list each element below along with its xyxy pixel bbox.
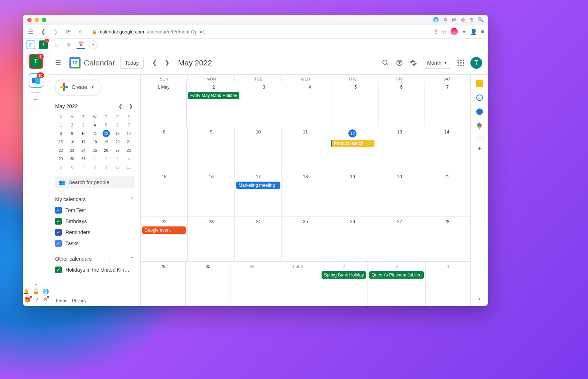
- minical-day[interactable]: 7: [123, 121, 135, 129]
- day-cell[interactable]: 1 May: [141, 82, 187, 127]
- bookmark-star-icon[interactable]: ☆: [442, 28, 447, 35]
- maps-icon[interactable]: [477, 122, 482, 130]
- day-cell[interactable]: 4: [287, 82, 333, 127]
- day-cell[interactable]: 21: [423, 172, 470, 217]
- calendar-event[interactable]: Product launch: [331, 140, 374, 147]
- minical-day[interactable]: 22: [55, 147, 67, 154]
- calendar-list-item[interactable]: ✓Tasks: [55, 239, 135, 248]
- minical-day[interactable]: 24: [78, 147, 89, 154]
- today-button[interactable]: Today: [120, 57, 143, 69]
- minical-day[interactable]: 23: [67, 147, 78, 154]
- minical-next[interactable]: ❯: [127, 102, 135, 111]
- footer-links[interactable]: Terms – Privacy: [55, 294, 135, 303]
- lock-small-icon[interactable]: 🔒: [33, 289, 39, 294]
- minical-day[interactable]: 18: [89, 138, 101, 146]
- calendar-event[interactable]: Early May Bank Holiday: [188, 92, 239, 99]
- calendar-list-item[interactable]: ✓Birthdays: [55, 217, 135, 226]
- calendar-checkbox[interactable]: ✓: [55, 218, 62, 225]
- minical-day[interactable]: 14: [123, 130, 135, 137]
- minical-day[interactable]: 2: [67, 121, 78, 129]
- day-cell[interactable]: 15: [141, 172, 188, 217]
- day-cell[interactable]: 29: [141, 262, 186, 306]
- day-cell[interactable]: 6: [379, 82, 424, 127]
- bell-icon[interactable]: 🔔: [23, 289, 29, 294]
- calendar-event[interactable]: Spring Bank Holiday: [322, 271, 366, 279]
- calendar-list-item[interactable]: ✓Tom Test: [55, 206, 135, 215]
- minical-day[interactable]: 16: [67, 138, 78, 146]
- settings-gear-icon[interactable]: [409, 58, 418, 67]
- collapse-panel-icon[interactable]: ›: [478, 295, 480, 302]
- minical-day[interactable]: 21: [123, 138, 135, 146]
- share-icon[interactable]: ⇪: [433, 28, 438, 35]
- globe-icon[interactable]: 🌐: [433, 17, 439, 22]
- rail-add-app[interactable]: +: [29, 92, 43, 107]
- search-icon[interactable]: [381, 58, 390, 67]
- day-cell[interactable]: 3: [241, 82, 287, 127]
- rail-app-teams[interactable]: T 1: [29, 54, 43, 69]
- minical-day[interactable]: 11: [123, 164, 135, 171]
- minical-day[interactable]: 1: [55, 121, 67, 129]
- calendar-event[interactable]: Queen's Platinum Jubilee: [369, 271, 424, 279]
- ext-calendar-icon[interactable]: 📅: [76, 40, 85, 49]
- day-cell[interactable]: 17Marketing meeting: [235, 172, 282, 217]
- minical-day[interactable]: 15: [55, 138, 67, 146]
- search-people-input[interactable]: 👥 Search for people: [55, 176, 135, 188]
- next-month-button[interactable]: ❯: [161, 57, 173, 69]
- minimize-window-button[interactable]: [35, 18, 39, 22]
- help-icon[interactable]: ?: [395, 58, 404, 67]
- day-cell[interactable]: 27: [376, 217, 423, 261]
- day-cell[interactable]: 7: [424, 82, 470, 127]
- add-addon-icon[interactable]: +: [477, 145, 481, 153]
- day-cell[interactable]: 13: [376, 127, 423, 172]
- day-cell[interactable]: 24: [235, 217, 282, 261]
- minical-day[interactable]: 20: [112, 138, 123, 146]
- calendar-event[interactable]: Marketing meeting: [236, 182, 280, 189]
- minical-day[interactable]: 9: [100, 164, 112, 171]
- day-cell[interactable]: 12Product launch: [329, 127, 376, 172]
- minical-day[interactable]: 5: [55, 164, 67, 171]
- day-cell[interactable]: 16: [188, 172, 235, 217]
- day-cell[interactable]: 19: [329, 172, 376, 217]
- calendar-checkbox[interactable]: ✓: [55, 267, 62, 273]
- minical-day[interactable]: 8: [89, 164, 101, 171]
- wand-icon[interactable]: ⚙: [443, 17, 448, 22]
- day-cell[interactable]: 2Spring Bank Holiday: [320, 262, 368, 306]
- day-cell[interactable]: 11: [282, 127, 329, 172]
- rail-app-outlook[interactable]: 10: [29, 73, 43, 88]
- calendar-list-item[interactable]: ✓Reminders: [55, 228, 135, 237]
- day-cell[interactable]: 9: [188, 127, 235, 172]
- minical-day[interactable]: 29: [55, 155, 67, 163]
- extensions-icon[interactable]: ✦: [462, 28, 466, 35]
- calendar-event[interactable]: Google event: [142, 226, 186, 234]
- minical-day[interactable]: 3: [112, 155, 123, 163]
- google-apps-icon[interactable]: [456, 58, 465, 67]
- account-avatar[interactable]: T: [470, 57, 482, 69]
- view-selector[interactable]: Month ▼: [423, 57, 451, 69]
- minical-day[interactable]: 28: [123, 147, 135, 154]
- day-cell[interactable]: 2Early May Bank Holiday: [187, 82, 241, 127]
- minical-day[interactable]: 6: [67, 164, 78, 171]
- minical-day[interactable]: 25: [89, 147, 101, 154]
- calendar-checkbox[interactable]: ✓: [55, 240, 62, 247]
- ext-doc-icon[interactable]: ▣: [64, 40, 73, 49]
- minical-day[interactable]: 8: [55, 130, 67, 137]
- maximize-window-button[interactable]: [42, 18, 46, 22]
- minical-prev[interactable]: ❮: [117, 102, 124, 111]
- minical-day[interactable]: 9: [67, 130, 78, 137]
- my-calendars-header[interactable]: My calendars ⌃: [55, 195, 135, 204]
- menu-icon[interactable]: ≡: [481, 28, 484, 35]
- layout-icon[interactable]: ▤: [452, 17, 456, 22]
- gift-icon[interactable]: 🎁: [24, 297, 31, 303]
- day-cell[interactable]: 23: [188, 217, 235, 261]
- day-cell[interactable]: 1 Jun: [275, 262, 320, 306]
- day-cell[interactable]: 25: [282, 217, 329, 261]
- ext-drive-icon[interactable]: △: [51, 40, 60, 49]
- minical-day[interactable]: 7: [78, 164, 89, 171]
- account-icon[interactable]: 👤: [470, 28, 477, 35]
- ext-apps-icon[interactable]: ⊞: [26, 40, 35, 49]
- minical-day[interactable]: 10: [78, 130, 89, 137]
- globe-small-icon[interactable]: 🌐: [43, 289, 49, 294]
- tasks-icon[interactable]: [476, 94, 483, 101]
- back-button[interactable]: ❮: [39, 28, 47, 36]
- minical-day[interactable]: 6: [112, 121, 123, 129]
